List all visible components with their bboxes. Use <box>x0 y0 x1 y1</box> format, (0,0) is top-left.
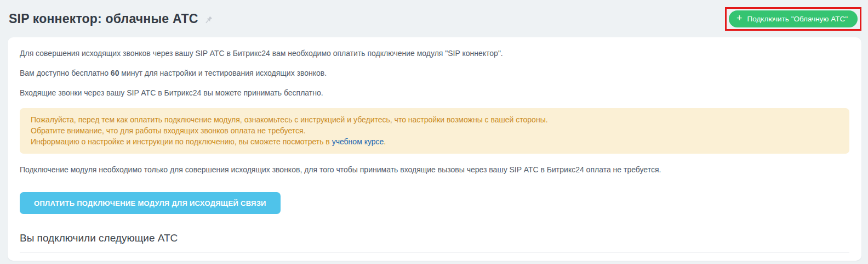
free-minutes-text-after: минут для настройки и тестирования исход… <box>119 69 327 77</box>
divider <box>20 252 849 253</box>
paragraph-pay-module: Для совершения исходящих звонков через в… <box>20 48 849 59</box>
sip-connector-page: SIP коннектор: облачные АТС + Подключить… <box>0 0 868 261</box>
pin-icon[interactable] <box>204 15 213 25</box>
connected-pbx-heading: Вы подключили следующие АТС <box>20 232 849 244</box>
free-minutes-text-before: Вам доступно бесплатно <box>20 69 111 77</box>
warning-box: Пожалуйста, перед тем как оплатить подкл… <box>20 108 849 154</box>
warning-line-instruction: Пожалуйста, перед тем как оплатить подкл… <box>31 114 838 125</box>
free-minutes-value: 60 <box>111 69 119 77</box>
warning-course-text-after: . <box>384 137 386 146</box>
warning-line-incoming: Обратите внимание, что для работы входящ… <box>31 125 838 136</box>
plus-icon: + <box>736 13 743 23</box>
training-course-link[interactable]: учебном курсе <box>332 137 384 146</box>
sip-connector-card: Для совершения исходящих звонков через в… <box>8 37 861 261</box>
paragraph-incoming-free: Входящие звонки через вашу SIP АТС в Бит… <box>20 88 849 98</box>
paragraph-module-only-outgoing: Подключение модуля необходимо только для… <box>20 165 849 175</box>
page-header: SIP коннектор: облачные АТС + Подключить… <box>8 0 861 37</box>
warning-course-text-before: Информацию о настройке и инструкции по п… <box>31 137 332 146</box>
connect-cloud-pbx-button-label: Подключить "Облачную АТС" <box>747 15 848 23</box>
pay-module-button[interactable]: ОПЛАТИТЬ ПОДКЛЮЧЕНИЕ МОДУЛЯ ДЛЯ ИСХОДЯЩЕ… <box>20 192 281 214</box>
warning-line-course: Информацию о настройке и инструкции по п… <box>31 136 838 147</box>
red-highlight-box: + Подключить "Облачную АТС" <box>725 7 861 31</box>
paragraph-free-minutes: Вам доступно бесплатно 60 минут для наст… <box>20 68 849 78</box>
page-title: SIP коннектор: облачные АТС <box>9 12 198 26</box>
connect-cloud-pbx-button[interactable]: + Подключить "Облачную АТС" <box>729 10 858 27</box>
title-wrap: SIP коннектор: облачные АТС <box>8 12 213 26</box>
